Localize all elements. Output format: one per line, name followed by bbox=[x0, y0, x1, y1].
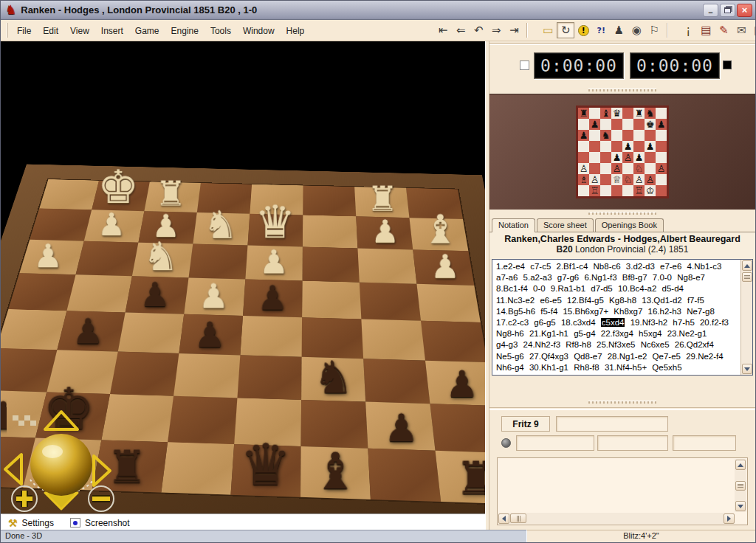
mini-square[interactable] bbox=[589, 141, 600, 152]
notation-line[interactable]: 17.c2-c3 g6-g5 18.c3xd4 c5xd4 19.Nf3-h2 … bbox=[496, 317, 738, 328]
mini-square[interactable]: ♙ bbox=[589, 174, 600, 185]
scroll-up-button[interactable] bbox=[742, 260, 752, 271]
mini-square[interactable]: ♗ bbox=[578, 174, 589, 185]
mini-square[interactable]: ♞ bbox=[600, 130, 611, 141]
mini-chessboard[interactable]: ♜♝♛♜♞♟♚♟♟♞♟♟♟♙♟♙♙♘♙♗♙♕♘♙♙♖♖♔ bbox=[576, 106, 669, 198]
board-square[interactable]: ♞ bbox=[301, 357, 365, 402]
mini-square[interactable]: ♖ bbox=[633, 185, 645, 196]
board-square[interactable]: ♟ bbox=[243, 280, 302, 318]
engine-globe-button[interactable]: ◉ bbox=[628, 22, 645, 38]
board-square[interactable] bbox=[168, 396, 237, 444]
board-square[interactable] bbox=[368, 449, 441, 502]
fit-window-button[interactable]: ▣ bbox=[750, 22, 756, 38]
mini-square[interactable] bbox=[633, 130, 645, 141]
board-square[interactable] bbox=[237, 355, 301, 399]
black-p-piece[interactable]: ♟ bbox=[140, 280, 170, 311]
mini-square[interactable] bbox=[622, 163, 633, 174]
board-square[interactable]: ♟ bbox=[365, 402, 435, 451]
menu-window[interactable]: Window bbox=[237, 24, 281, 38]
mini-square[interactable] bbox=[645, 130, 656, 141]
notation-line[interactable]: a7-a6 5.a2-a3 g7-g6 6.Ng1-f3 Bf8-g7 7.0-… bbox=[496, 272, 738, 283]
board-square[interactable] bbox=[66, 274, 131, 312]
notation-line[interactable]: 11.Nc3-e2 e6-e5 12.Bf4-g5 Kg8-h8 13.Qd1-… bbox=[496, 295, 738, 306]
mini-square[interactable] bbox=[600, 119, 611, 130]
notation-line[interactable]: 14.Bg5-h6 f5-f4 15.Bh6xg7+ Kh8xg7 16.h2-… bbox=[496, 306, 738, 317]
mini-square[interactable] bbox=[611, 119, 622, 130]
board-square[interactable]: ♟ bbox=[57, 311, 125, 351]
mini-square[interactable] bbox=[656, 130, 667, 141]
tab-score-sheet[interactable]: Score sheet bbox=[537, 218, 594, 232]
engine-output-hscrollbar[interactable] bbox=[498, 513, 735, 524]
engine-output-area[interactable] bbox=[497, 457, 748, 525]
white-n-piece[interactable]: ♞ bbox=[142, 238, 178, 275]
board-square[interactable]: ♟ bbox=[245, 246, 302, 281]
notation-line[interactable]: 1.e2-e4 c7-c5 2.Bf1-c4 Nb8-c6 3.d2-d3 e7… bbox=[496, 261, 738, 272]
board-square[interactable]: ♟ bbox=[179, 314, 243, 356]
mini-square[interactable] bbox=[589, 163, 600, 174]
panel-splitter[interactable] bbox=[489, 210, 755, 217]
white-p-piece[interactable]: ♟ bbox=[33, 241, 62, 272]
board-square[interactable]: ♞ bbox=[193, 212, 250, 246]
scroll-down-button[interactable] bbox=[735, 501, 746, 511]
mini-square[interactable] bbox=[656, 185, 667, 196]
board-square[interactable] bbox=[360, 283, 421, 321]
mini-square[interactable]: ♟ bbox=[611, 152, 622, 163]
mini-square[interactable] bbox=[589, 108, 600, 119]
notation-line[interactable]: Ng8-h6 21.Kg1-h1 g5-g4 22.f3xg4 h5xg4 23… bbox=[496, 328, 738, 339]
mini-square[interactable] bbox=[600, 185, 611, 196]
panel-splitter[interactable] bbox=[489, 398, 755, 406]
mini-square[interactable] bbox=[578, 152, 589, 163]
mini-square[interactable] bbox=[611, 141, 622, 152]
mini-square[interactable]: ♞ bbox=[645, 108, 656, 119]
menu-view[interactable]: View bbox=[64, 24, 95, 38]
mini-square[interactable] bbox=[611, 130, 622, 141]
new-game-button[interactable]: ▭ bbox=[539, 22, 557, 38]
black-r-piece[interactable]: ♜ bbox=[456, 457, 485, 500]
board-square[interactable]: ♟ bbox=[126, 276, 189, 314]
board-square[interactable]: ♝ bbox=[300, 446, 371, 499]
mini-square[interactable] bbox=[578, 185, 589, 196]
menu-tools[interactable]: Tools bbox=[205, 24, 237, 38]
board-square[interactable] bbox=[303, 215, 358, 249]
board-square[interactable]: ♞ bbox=[132, 243, 193, 278]
board-square[interactable] bbox=[76, 241, 139, 277]
mini-square[interactable] bbox=[645, 152, 656, 163]
trackball[interactable] bbox=[30, 434, 92, 496]
mini-square[interactable] bbox=[600, 174, 611, 185]
alarm-button[interactable]: ! bbox=[574, 22, 592, 38]
board-square[interactable]: ♟ bbox=[184, 277, 245, 316]
board-square[interactable] bbox=[8, 273, 75, 311]
mini-square[interactable] bbox=[622, 130, 633, 141]
move-forward-button[interactable]: ⇒ bbox=[487, 22, 505, 38]
white-p-piece[interactable]: ♟ bbox=[430, 252, 460, 283]
mini-square[interactable]: ♟ bbox=[622, 141, 633, 152]
toolbar-grip[interactable] bbox=[7, 23, 8, 38]
nav-right-arrow[interactable] bbox=[94, 456, 110, 485]
black-p-piece[interactable]: ♟ bbox=[445, 367, 478, 403]
mini-square[interactable]: ♙ bbox=[656, 163, 667, 174]
white-k-piece[interactable]: ♚ bbox=[97, 165, 139, 209]
mini-square[interactable]: ♙ bbox=[611, 163, 622, 174]
board-square[interactable] bbox=[189, 244, 248, 280]
board-square[interactable]: ♟ bbox=[413, 249, 474, 286]
board-square[interactable] bbox=[363, 359, 430, 404]
board-square[interactable] bbox=[1, 309, 66, 350]
white-r-piece[interactable]: ♜ bbox=[156, 178, 187, 210]
notation-scrollbar[interactable] bbox=[740, 260, 752, 375]
tab-notation[interactable]: Notation bbox=[492, 218, 535, 232]
board-square[interactable]: ♟ bbox=[356, 216, 413, 249]
mini-square[interactable] bbox=[589, 152, 600, 163]
mini-square[interactable]: ♙ bbox=[622, 152, 633, 163]
scroll-up-button[interactable] bbox=[735, 460, 746, 470]
notation-line[interactable]: g4-g3 24.Nh2-f3 Rf8-h8 25.Nf3xe5 Nc6xe5 … bbox=[496, 339, 738, 350]
mini-square[interactable] bbox=[633, 119, 645, 130]
notation-line[interactable]: Nh6-g4 30.Kh1-g1 Rh8-f8 31.Nf4-h5+ Qe5xh… bbox=[496, 362, 738, 373]
mini-square[interactable]: ♟ bbox=[656, 119, 667, 130]
mini-square[interactable]: ♟ bbox=[578, 130, 589, 141]
mini-square[interactable]: ♚ bbox=[645, 119, 656, 130]
mini-square[interactable]: ♟ bbox=[589, 119, 600, 130]
mini-square[interactable]: ♙ bbox=[633, 174, 645, 185]
flip-board-button[interactable]: ↻ bbox=[557, 22, 574, 38]
board-square[interactable] bbox=[357, 248, 416, 283]
menu-insert[interactable]: Insert bbox=[95, 24, 129, 38]
